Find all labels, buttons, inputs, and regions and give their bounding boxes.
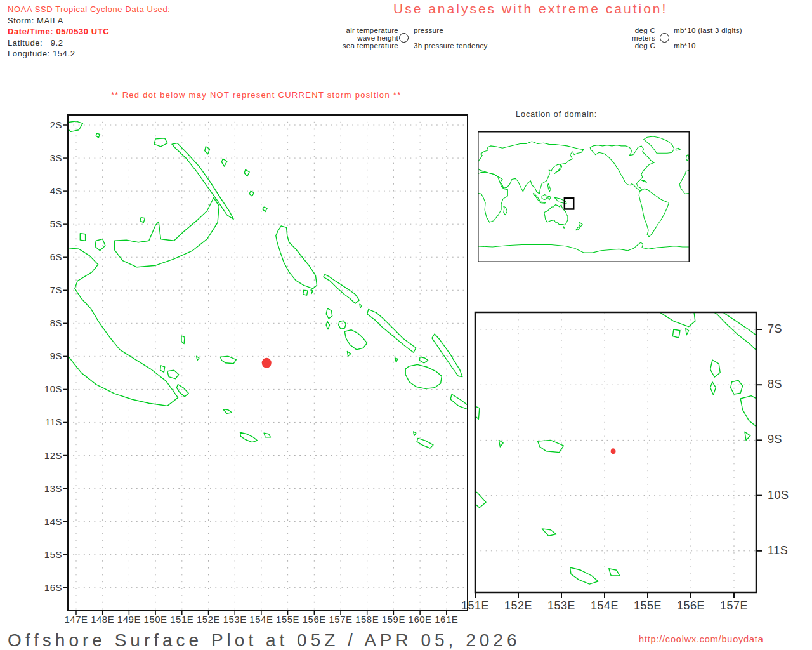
coastline	[160, 366, 165, 372]
units-degc-label-2: deg C	[603, 42, 655, 50]
coastline	[326, 322, 329, 329]
units-legend-left-labels: deg C meters deg C	[603, 27, 655, 50]
coastline	[395, 358, 398, 362]
coastline	[513, 89, 521, 102]
tick-label: 154E	[248, 614, 275, 625]
coastline	[324, 274, 359, 303]
tick-label: 9S	[23, 350, 62, 361]
tick-label: 155E	[630, 599, 665, 613]
tick-label: 11S	[23, 416, 62, 427]
legend-wave-height-label: wave height	[317, 34, 398, 42]
caution-title: Use analyses with extreme caution!	[393, 1, 667, 17]
coastline	[249, 191, 254, 196]
world-coastline	[533, 193, 540, 201]
coastline	[710, 360, 721, 377]
legend-pressure-tendency-label: 3h pressure tendency	[414, 42, 488, 50]
tick-label: 12S	[23, 450, 62, 461]
world-coastline	[478, 172, 508, 222]
tick-label: 152E	[501, 599, 536, 613]
tick-label: 13S	[23, 483, 62, 494]
coastline	[542, 529, 556, 536]
tick-label: 158E	[354, 614, 381, 625]
coastline	[432, 334, 462, 377]
tick-label: 153E	[544, 599, 579, 613]
coastline	[335, 67, 341, 74]
coastline	[115, 198, 219, 267]
tick-label: 16S	[23, 582, 62, 593]
coastline	[264, 433, 270, 437]
tick-label: 161E	[433, 614, 460, 625]
coastline	[538, 440, 564, 452]
grid-lines	[475, 312, 756, 592]
coastline	[417, 438, 433, 448]
tick-label: 152E	[195, 614, 222, 625]
world-coastline	[539, 202, 545, 203]
coastline	[96, 133, 100, 138]
coastline	[450, 394, 469, 410]
storm-dot	[262, 358, 272, 368]
station-model-circle-icon	[399, 33, 409, 43]
tick-label: 15S	[23, 549, 62, 560]
tick-label: 7S	[23, 284, 62, 295]
world-coastline	[478, 242, 690, 253]
storm-info-line: NOAA SSD Tropical Cyclone Data Used:	[8, 4, 170, 15]
tick-label: 151E	[169, 614, 195, 625]
world-coastline	[679, 170, 690, 194]
units-model-circle-icon	[660, 33, 669, 43]
zoom-map	[473, 308, 777, 606]
tick-label: 10S	[23, 383, 62, 394]
source-url: http://coolwx.com/buoydata	[639, 634, 764, 644]
map-frame	[475, 312, 756, 592]
tick-label: 2S	[23, 119, 62, 130]
tick-label: 8S	[23, 317, 62, 328]
coastline	[430, 75, 452, 89]
tick-label: 155E	[275, 614, 301, 625]
coastline	[731, 380, 743, 394]
coastline	[220, 356, 236, 364]
coastline	[68, 248, 178, 406]
coastline	[570, 567, 598, 584]
world-coastline	[547, 196, 551, 200]
legend-air-temperature-label: air temperature	[317, 27, 398, 34]
coastline	[405, 364, 442, 388]
tick-label: 148E	[89, 614, 116, 625]
coastline	[326, 308, 332, 319]
tick-label: 8S	[768, 378, 782, 391]
main-map	[60, 107, 476, 633]
coastline	[347, 352, 350, 357]
coastlines	[68, 121, 469, 448]
tick-label: 14S	[23, 516, 62, 527]
units-degc-label-1: deg C	[603, 27, 655, 34]
tick-marks	[63, 125, 447, 615]
world-coastline	[644, 136, 674, 153]
coastline	[740, 396, 777, 429]
coastline	[177, 385, 189, 397]
world-coastline	[590, 145, 654, 191]
tick-label: 151E	[457, 599, 493, 613]
tick-label: 4S	[23, 185, 62, 196]
units-pressure-label: mb*10 (last 3 digits)	[674, 27, 742, 34]
coastline	[140, 218, 145, 223]
tick-label: 6S	[23, 251, 62, 262]
tick-label: 147E	[63, 614, 89, 625]
world-coastline	[547, 183, 551, 192]
coastline	[710, 382, 716, 395]
coastline	[223, 409, 232, 414]
tick-label: 160E	[407, 614, 433, 625]
world-inset-map	[478, 131, 690, 262]
tick-label: 10S	[768, 489, 789, 502]
coastline	[777, 362, 812, 434]
legend-pressure-label: pressure	[414, 27, 443, 34]
tick-label: 9S	[768, 433, 782, 446]
world-coastline	[686, 155, 689, 161]
coastline	[167, 370, 179, 379]
tick-label: 149E	[115, 614, 142, 625]
coastline	[344, 330, 367, 350]
world-coastline	[542, 195, 547, 200]
coastline	[181, 336, 185, 344]
coastline	[263, 207, 267, 211]
world-coastline	[478, 142, 584, 194]
coastline	[197, 356, 199, 360]
tick-label: 159E	[380, 614, 407, 625]
world-coastline	[676, 148, 681, 150]
